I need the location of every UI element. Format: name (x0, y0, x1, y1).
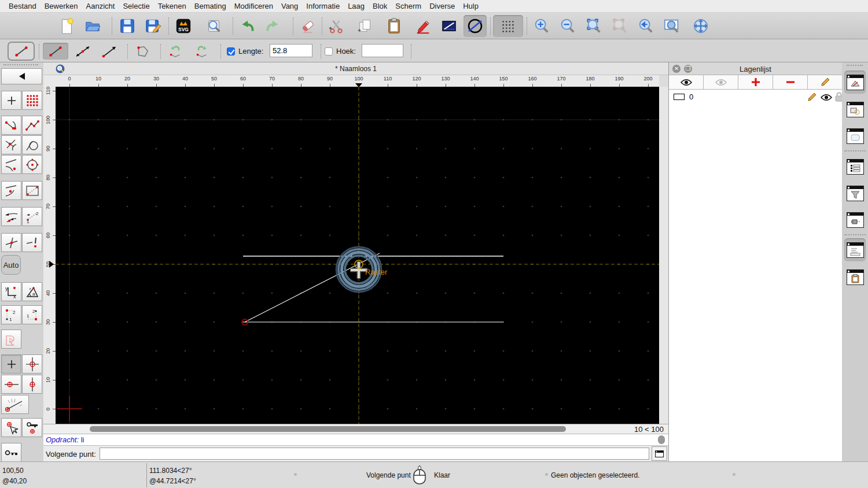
document-title-bar[interactable]: * Naamloos 1 (43, 62, 668, 75)
command-input[interactable] (100, 448, 649, 460)
cut-button[interactable] (325, 15, 348, 37)
line-double-arrow-tool-button[interactable] (70, 43, 95, 60)
snap-two-points-button[interactable]: 12 (22, 207, 42, 226)
length-input[interactable] (270, 44, 312, 57)
edit-layer-button[interactable] (808, 75, 842, 90)
line-box-tool-button[interactable] (437, 15, 461, 37)
coords-cartesian-button[interactable]: yx (1, 282, 21, 301)
clipboard-panel-button[interactable] (844, 265, 866, 289)
layer-color-swatch[interactable] (674, 94, 685, 100)
point-order-second-button[interactable]: 12 (22, 305, 42, 324)
canvas-horizontal-scrollbar[interactable]: 10 < 100 (43, 424, 668, 434)
redo-point-button[interactable] (189, 43, 215, 60)
menu-bewerken[interactable]: Bewerken (41, 2, 82, 10)
point-order-first-button[interactable]: 12 (1, 305, 21, 324)
paste-button[interactable] (382, 15, 406, 37)
menu-bestand[interactable]: Bestand (5, 2, 41, 10)
zoom-fit-button[interactable] (582, 15, 605, 37)
drawing-canvas[interactable]: Raster (56, 87, 659, 424)
snap-endpoint-button[interactable] (1, 116, 21, 135)
svg-export-button[interactable]: SVG (172, 15, 195, 37)
circle-line-tool-button[interactable] (464, 15, 487, 37)
copy-button[interactable] (354, 15, 377, 37)
angle-input[interactable] (362, 44, 403, 57)
menu-tekenen[interactable]: Tekenen (154, 2, 190, 10)
lock-snap-button[interactable] (22, 418, 42, 437)
angle-rays-snap-button[interactable] (1, 395, 29, 414)
lock-button[interactable] (1, 443, 21, 462)
add-layer-button[interactable] (738, 75, 773, 90)
menu-laag[interactable]: Laag (344, 2, 369, 10)
command-panel-button[interactable] (844, 238, 866, 261)
snap-polyline-points-button[interactable] (22, 116, 42, 135)
palette-grip[interactable] (3, 64, 38, 65)
command-window-button[interactable] (652, 446, 667, 461)
hide-all-layers-button[interactable] (704, 75, 738, 90)
show-all-layers-button[interactable] (669, 75, 704, 90)
properties-panel-button[interactable] (844, 124, 866, 147)
canvas-vertical-scrollbar[interactable] (659, 87, 668, 424)
zoom-in-button[interactable] (530, 15, 553, 37)
layers-panel-button[interactable] (844, 71, 866, 94)
filter-panel-button[interactable] (844, 182, 866, 205)
select-snap-point-button[interactable] (1, 418, 21, 437)
scrollbar-thumb[interactable] (90, 426, 566, 432)
coords-polar-button[interactable]: ra (22, 282, 42, 301)
zoom-window-button[interactable] (660, 15, 683, 37)
line-segment-tool-button[interactable] (43, 43, 68, 60)
snap-center-button[interactable] (22, 155, 42, 174)
print-preview-button[interactable] (203, 15, 226, 37)
snap-free-point-button[interactable] (1, 91, 21, 110)
blocks-panel-button[interactable] (844, 98, 866, 121)
cursor-mode-horizontal-button[interactable] (1, 375, 21, 394)
projector-panel-button[interactable] (844, 208, 866, 231)
save-button[interactable] (116, 15, 139, 37)
layer-row[interactable]: 0 (669, 90, 842, 104)
command-scrollbar-thumb[interactable] (658, 435, 665, 444)
menu-scherm[interactable]: Scherm (391, 2, 425, 10)
cursor-mode-crosshair-button[interactable] (22, 354, 42, 374)
list-panel-button[interactable] (844, 155, 866, 178)
menu-selectie[interactable]: Selectie (119, 2, 153, 10)
remove-layer-button[interactable] (773, 75, 808, 90)
snap-intersection-button[interactable] (1, 135, 21, 154)
length-checkbox[interactable] (227, 47, 235, 56)
snap-invalid-button[interactable] (22, 233, 42, 252)
menu-modificeren[interactable]: Modificeren (230, 2, 277, 10)
layers-panel-header[interactable]: ✕ ❐ Lagenlijst (669, 62, 842, 75)
cursor-mode-plus-button[interactable] (1, 354, 21, 374)
cursor-mode-vertical-button[interactable] (22, 375, 42, 394)
snap-tangent-arc-button[interactable] (1, 181, 21, 200)
snap-direction-button[interactable] (1, 207, 21, 226)
menu-hulp[interactable]: Hulp (459, 2, 483, 10)
menu-aanzicht[interactable]: Aanzicht (82, 2, 119, 10)
pan-button[interactable] (689, 15, 712, 37)
layer-edit-pencil-icon[interactable] (807, 92, 817, 102)
palette-collapse-button[interactable] (1, 68, 42, 84)
layer-visible-eye-icon[interactable] (821, 94, 832, 101)
save-as-button[interactable] (142, 15, 165, 37)
polygon-tool-button[interactable] (130, 43, 155, 60)
erase-button[interactable] (296, 15, 319, 37)
current-tool-indicator[interactable] (8, 42, 35, 61)
new-document-button[interactable] (55, 15, 78, 37)
zoom-selection-button[interactable] (608, 15, 631, 37)
snap-cross-button[interactable] (1, 233, 21, 252)
zoom-previous-button[interactable] (634, 15, 657, 37)
snap-nearest-button[interactable] (1, 155, 21, 174)
menu-vang[interactable]: Vang (277, 2, 302, 10)
snap-grid-button[interactable] (22, 91, 42, 110)
line-arrow-tool-button[interactable] (97, 43, 122, 60)
snap-tangent-button[interactable] (22, 135, 42, 154)
menu-informatie[interactable]: Informatie (302, 2, 344, 10)
strip-grip[interactable] (847, 65, 863, 66)
draw-pencil-button[interactable] (411, 15, 435, 37)
auto-snap-button[interactable]: Auto (1, 255, 21, 275)
command-history-row[interactable]: Opdracht: li (43, 434, 668, 445)
redo-button[interactable] (262, 15, 285, 37)
open-file-button[interactable] (81, 15, 104, 37)
ortho-shape-button[interactable] (1, 330, 21, 349)
zoom-out-button[interactable] (556, 15, 579, 37)
angle-checkbox[interactable] (325, 47, 333, 56)
menu-blok[interactable]: Blok (369, 2, 391, 10)
